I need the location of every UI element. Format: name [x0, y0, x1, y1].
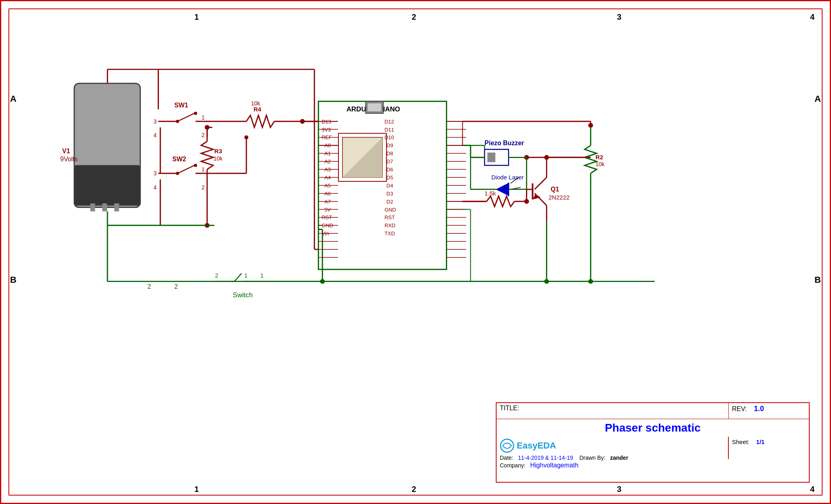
svg-text:10k: 10k	[214, 155, 223, 162]
grid-col-3-bot: 3	[617, 485, 621, 494]
svg-text:3: 3	[153, 170, 157, 177]
company-row: EasyEDA Date: 11-4-2019 & 11-14-19 Drawn…	[497, 437, 809, 459]
svg-text:2: 2	[174, 283, 178, 290]
svg-text:9Volts: 9Volts	[60, 156, 78, 163]
date-label: Date:	[500, 455, 513, 461]
row-b-left: B	[10, 275, 16, 285]
svg-text:SW2: SW2	[172, 156, 186, 163]
schematic-page: 1 2 3 4 1 2 3 4 A A B B V1 9Volts 3	[0, 0, 831, 504]
svg-text:D6: D6	[386, 167, 393, 173]
svg-text:D11: D11	[384, 127, 394, 133]
svg-line-14	[177, 113, 194, 121]
svg-text:R3: R3	[214, 148, 222, 154]
svg-text:Piezo Buzzer: Piezo Buzzer	[485, 140, 524, 146]
svg-line-163	[534, 177, 546, 189]
company-label: Company:	[500, 462, 526, 469]
svg-point-15	[194, 112, 197, 115]
svg-rect-1	[74, 165, 140, 205]
svg-text:D4: D4	[386, 183, 393, 189]
svg-text:RST: RST	[384, 214, 395, 220]
drawn-value: zander	[610, 455, 628, 461]
svg-text:2: 2	[147, 283, 151, 290]
svg-text:1: 1	[260, 272, 264, 279]
grid-col-4-bot: 4	[810, 485, 815, 494]
svg-text:V1: V1	[62, 148, 70, 154]
svg-text:D5: D5	[386, 175, 393, 181]
sheet-label: Sheet:	[732, 438, 749, 445]
grid-col-2-top: 2	[412, 12, 416, 22]
company-value: Highvoltagemath	[530, 462, 578, 469]
svg-text:RXD: RXD	[384, 222, 395, 228]
svg-text:2N2222: 2N2222	[549, 194, 569, 201]
date-value: 11-4-2019 & 11-14-19	[518, 455, 573, 461]
date-row: Date: 11-4-2019 & 11-14-19 Drawn By: zan…	[500, 455, 725, 461]
svg-text:R4: R4	[254, 106, 262, 113]
svg-text:R2: R2	[596, 154, 603, 160]
svg-point-198	[588, 279, 593, 284]
row-a-right: A	[815, 94, 821, 104]
svg-text:D3: D3	[386, 191, 393, 197]
svg-text:D10: D10	[384, 134, 394, 140]
svg-text:4: 4	[153, 132, 157, 138]
svg-text:1: 1	[202, 166, 205, 173]
row-b-right: B	[815, 275, 821, 285]
grid-col-1-bot: 1	[194, 485, 199, 494]
svg-text:SW1: SW1	[174, 102, 188, 109]
svg-line-34	[177, 165, 194, 173]
title-block: TITLE: REV: 1.0 Phaser schematic EasyEDA	[496, 402, 810, 483]
svg-text:2: 2	[202, 132, 205, 138]
svg-text:D12: D12	[384, 119, 394, 125]
grid-col-4-top: 4	[810, 12, 815, 22]
svg-text:10k: 10k	[251, 100, 260, 107]
drawn-label: Drawn By:	[579, 455, 606, 461]
easyeda-icon	[500, 438, 514, 453]
svg-rect-3	[102, 204, 107, 212]
svg-text:D8: D8	[386, 150, 393, 156]
svg-text:1.5k: 1.5k	[485, 190, 496, 197]
svg-point-52	[244, 136, 248, 140]
svg-text:Diode Laser: Diode Laser	[491, 174, 524, 181]
svg-rect-75	[368, 103, 381, 111]
rev-value: 1.0	[754, 405, 764, 413]
company-left: EasyEDA Date: 11-4-2019 & 11-14-19 Drawn…	[497, 437, 728, 459]
easyeda-logo: EasyEDA	[500, 438, 725, 453]
svg-text:Switch: Switch	[233, 291, 253, 299]
grid-col-1-top: 1	[194, 12, 199, 22]
svg-point-35	[194, 164, 197, 167]
svg-marker-157	[497, 183, 509, 195]
svg-text:1: 1	[244, 272, 247, 279]
company-info: Company: Highvoltagemath	[500, 462, 725, 469]
easyeda-text: EasyEDA	[517, 440, 556, 451]
svg-rect-4	[114, 204, 119, 212]
svg-text:2: 2	[202, 184, 205, 191]
svg-text:10k: 10k	[596, 161, 604, 167]
svg-text:4: 4	[153, 184, 157, 191]
svg-text:Q1: Q1	[551, 186, 559, 193]
svg-text:3: 3	[153, 118, 157, 125]
svg-rect-151	[487, 152, 495, 162]
svg-text:1: 1	[202, 114, 205, 121]
svg-text:D2: D2	[386, 199, 393, 205]
grid-col-3-top: 3	[617, 12, 621, 22]
sheet-value: 1/1	[756, 438, 765, 445]
svg-text:GND: GND	[384, 207, 396, 213]
sheet-right: Sheet: 1/1	[728, 437, 809, 459]
svg-text:2: 2	[215, 272, 219, 279]
svg-text:D9: D9	[386, 142, 393, 148]
rev-label: REV:	[732, 405, 747, 412]
svg-line-59	[234, 274, 241, 282]
svg-rect-2	[90, 204, 95, 212]
svg-text:D7: D7	[386, 158, 393, 165]
row-a-left: A	[10, 94, 16, 104]
title-label: TITLE:	[500, 405, 519, 411]
title-value: Phaser schematic	[497, 419, 809, 437]
svg-text:TXD: TXD	[384, 230, 395, 237]
grid-col-2-bot: 2	[412, 485, 416, 494]
